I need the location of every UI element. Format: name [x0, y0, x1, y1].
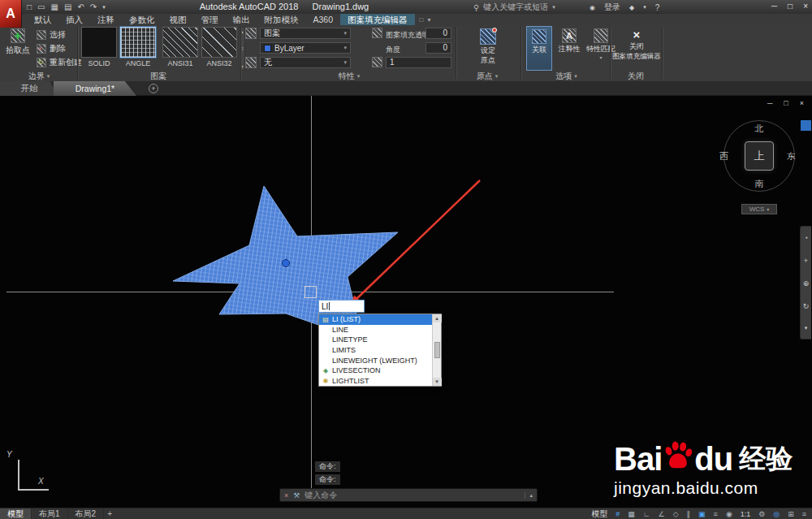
close-hatch-editor-button[interactable]: × 关闭 图案填充编辑器	[615, 26, 659, 71]
snap-mode-icon[interactable]: ▦	[628, 508, 635, 519]
suggestion-li-list[interactable]: ▤ LI (LIST)	[319, 314, 432, 325]
isolate-objects-icon[interactable]: ◎	[773, 508, 780, 519]
navigation-wheel-icon[interactable]: ◔	[804, 234, 808, 242]
select-boundary-button[interactable]: 选择	[37, 28, 66, 41]
save-icon[interactable]: ▦	[51, 2, 58, 11]
suggestion-scrollbar[interactable]: ▴ ▾	[432, 314, 441, 386]
layout-tab-layout2[interactable]: 布局2	[68, 508, 105, 519]
file-tab-start[interactable]: 开始	[0, 81, 58, 96]
tab-addins[interactable]: 附加模块	[257, 14, 306, 25]
background-color-dropdown[interactable]: 无 ▾	[260, 57, 351, 68]
annotation-scale-button[interactable]: 1:1	[741, 508, 751, 519]
tab-a360[interactable]: A360	[306, 14, 341, 25]
file-tab-drawing1[interactable]: Drawing1*	[54, 81, 136, 96]
suggestion-limits[interactable]: LIMITS	[319, 345, 432, 356]
minimize-button[interactable]: ─	[771, 2, 777, 11]
drawing-minimize-button[interactable]: ─	[767, 99, 772, 107]
command-close-icon[interactable]: ×	[284, 491, 288, 500]
set-origin-button[interactable]: 设定 原点	[464, 26, 512, 71]
scrollbar-thumb[interactable]	[434, 342, 440, 358]
viewcube-west[interactable]: 西	[719, 150, 728, 162]
associative-button[interactable]: 关联	[526, 26, 552, 71]
new-file-icon[interactable]: □	[27, 2, 32, 11]
hardware-acceleration-icon[interactable]: ⊞	[788, 508, 794, 519]
open-file-icon[interactable]: ▭	[37, 2, 45, 11]
qat-dropdown-icon[interactable]: ▾	[102, 4, 106, 11]
viewcube-south[interactable]: 南	[743, 178, 775, 190]
scroll-up-icon[interactable]: ▴	[433, 314, 442, 322]
command-recent-icon[interactable]: ▴	[525, 492, 533, 499]
angle-input[interactable]: 0	[425, 42, 451, 54]
tab-view[interactable]: 视图	[162, 14, 194, 25]
drawing-area[interactable]: ─ □ × 北 西 东 南 上 WCS ▾ ◔ + ⊕ ↻ ▾ Y X 命令: …	[0, 96, 812, 508]
app-store-icon[interactable]: ◆	[629, 4, 634, 11]
pick-points-button[interactable]: + 拾取点	[2, 26, 33, 71]
isometric-drafting-icon[interactable]: ◇	[673, 508, 679, 519]
grid-toggle-icon[interactable]: #	[615, 508, 620, 519]
new-layout-button[interactable]: +	[104, 509, 115, 518]
command-placeholder[interactable]: 键入命令	[304, 490, 337, 501]
ortho-mode-icon[interactable]: ∟	[643, 508, 650, 519]
navbar-more-icon[interactable]: ▾	[805, 325, 808, 331]
tab-insert[interactable]: 插入	[58, 14, 90, 25]
origin-panel-label[interactable]: 原点 ▾	[459, 71, 516, 81]
orbit-icon[interactable]: ↻	[803, 302, 810, 310]
viewcube-north[interactable]: 北	[743, 123, 775, 135]
tab-manage[interactable]: 管理	[194, 14, 226, 25]
drawing-close-button[interactable]: ×	[800, 99, 804, 107]
zoom-icon[interactable]: ⊕	[803, 279, 810, 288]
model-space-button[interactable]: 模型	[591, 508, 607, 519]
search-dropdown-icon[interactable]: ▾	[552, 4, 555, 11]
match-properties-button[interactable]: 特性匹配 ▾	[585, 26, 616, 71]
hatch-scale-input[interactable]: 1	[386, 57, 451, 68]
undo-icon[interactable]: ↶	[77, 2, 84, 11]
search-placeholder[interactable]: 键入关键字或短语	[483, 2, 548, 13]
tab-parametric[interactable]: 参数化	[122, 14, 162, 25]
customize-icon[interactable]: ≡	[802, 508, 806, 519]
hatch-type-dropdown[interactable]: 图案 ▾	[260, 28, 351, 39]
hatch-color-dropdown[interactable]: ByLayer ▾	[260, 42, 351, 54]
scroll-down-icon[interactable]: ▾	[433, 378, 442, 386]
lineweight-icon[interactable]: ≡	[714, 508, 718, 519]
drawing-restore-button[interactable]: □	[784, 99, 788, 107]
options-panel-label[interactable]: 选项 ▾	[524, 71, 609, 81]
object-snap-tracking-icon[interactable]: ∥	[687, 508, 691, 519]
viewcube-east[interactable]: 东	[787, 150, 796, 162]
suggestion-lightlist[interactable]: ◉ LIGHTLIST	[319, 375, 432, 386]
wcs-dropdown[interactable]: WCS ▾	[741, 204, 777, 214]
new-drawing-tab-button[interactable]: +	[149, 84, 158, 93]
viewcube-top-face[interactable]: 上	[745, 141, 774, 171]
viewport-control-icon[interactable]	[801, 120, 811, 131]
hatch-origin-dot[interactable]	[283, 260, 290, 267]
pan-icon[interactable]: +	[804, 257, 808, 265]
suggestion-livesection[interactable]: ◈ LIVESECTION	[319, 365, 432, 376]
swatch-angle[interactable]	[120, 27, 156, 58]
command-line-bar[interactable]: × ⚒ 键入命令 ▴	[279, 488, 538, 502]
remove-boundary-button[interactable]: × 删除	[37, 42, 66, 54]
ribbon-display-toggle[interactable]: □ ▾	[420, 16, 431, 24]
tab-annotate[interactable]: 注释	[90, 14, 122, 25]
autocad-logo-menu[interactable]: A	[0, 0, 22, 28]
stay-connected-icon[interactable]: ▾	[643, 4, 646, 11]
annotation-visibility-icon[interactable]: ◉	[726, 508, 732, 519]
layout-tab-layout1[interactable]: 布局1	[32, 508, 68, 519]
object-snap-icon[interactable]: ▣	[698, 508, 706, 519]
swatch-ansi32[interactable]	[201, 27, 237, 58]
signin-button[interactable]: 登录	[604, 2, 620, 13]
close-button[interactable]: ×	[803, 2, 808, 11]
command-customize-icon[interactable]: ⚒	[293, 491, 300, 500]
recreate-boundary-button[interactable]: ↻ 重新创建	[37, 56, 82, 68]
layout-tab-model[interactable]: 模型	[0, 508, 32, 519]
redo-icon[interactable]: ↷	[90, 2, 97, 11]
dynamic-command-input[interactable]: LI	[318, 300, 365, 313]
polar-tracking-icon[interactable]: ∠	[659, 508, 665, 519]
tab-output[interactable]: 输出	[226, 14, 257, 25]
suggestion-lineweight[interactable]: LINEWEIGHT (LWEIGHT)	[319, 355, 432, 365]
plot-icon[interactable]: ▤	[64, 2, 71, 11]
transparency-input[interactable]: 0	[425, 28, 451, 39]
help-icon[interactable]: ?	[655, 3, 660, 12]
swatch-solid[interactable]	[81, 27, 117, 58]
help-search[interactable]: ⚲ 键入关键字或短语 ▾	[473, 2, 555, 13]
properties-panel-label[interactable]: 特性 ▾	[300, 71, 398, 81]
suggestion-linetype[interactable]: LINETYPE	[319, 335, 432, 345]
